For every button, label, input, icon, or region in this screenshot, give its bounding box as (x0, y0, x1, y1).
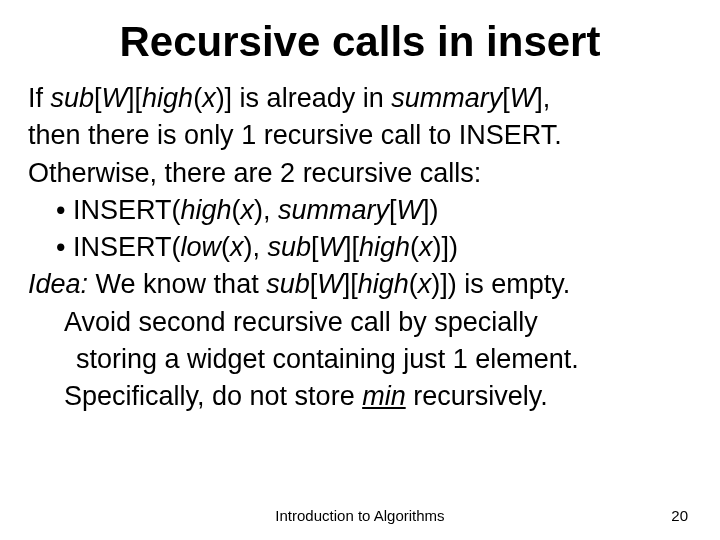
slide-body: If sub[W][high(x)] is already in summary… (28, 80, 692, 415)
line-9: Specifically, do not store min recursive… (28, 378, 692, 415)
slide-title: Recursive calls in insert (28, 18, 692, 66)
line-3: Otherwise, there are 2 recursive calls: (28, 155, 692, 192)
text: W (319, 232, 344, 262)
text: If (28, 83, 51, 113)
text: summary (391, 83, 502, 113)
text: ]) (422, 195, 439, 225)
text: Idea: (28, 269, 88, 299)
text: We know that (88, 269, 266, 299)
text: ), (243, 232, 267, 262)
line-7: Avoid second recursive call by specially (28, 304, 692, 341)
page-number: 20 (671, 507, 688, 524)
text: W (397, 195, 422, 225)
line-8: storing a widget containing just 1 eleme… (28, 341, 692, 378)
text: ), (254, 195, 278, 225)
text: sub (51, 83, 95, 113)
text: • INSERT( (56, 195, 180, 225)
text: W (510, 83, 535, 113)
text: [ (94, 83, 102, 113)
text: ( (232, 195, 241, 225)
text: min (362, 381, 406, 411)
text: x (241, 195, 255, 225)
text: [ (389, 195, 397, 225)
slide: Recursive calls in insert If sub[W][high… (0, 0, 720, 415)
text: high (180, 195, 231, 225)
text: ], (535, 83, 550, 113)
text: [ (311, 232, 319, 262)
line-5: • INSERT(low(x), sub[W][high(x)]) (28, 229, 692, 266)
text: ( (193, 83, 202, 113)
text: sub (266, 269, 310, 299)
text: ][ (127, 83, 142, 113)
text: )] is already in (216, 83, 392, 113)
line-6: Idea: We know that sub[W][high(x)]) is e… (28, 266, 692, 303)
text: high (142, 83, 193, 113)
text: Specifically, do not store (64, 381, 362, 411)
text: high (358, 269, 409, 299)
text: W (317, 269, 342, 299)
text: high (359, 232, 410, 262)
text: ( (410, 232, 419, 262)
text: x (418, 269, 432, 299)
text: )]) (433, 232, 458, 262)
footer-center: Introduction to Algorithms (0, 507, 720, 524)
text: [ (502, 83, 510, 113)
text: low (180, 232, 221, 262)
text: ][ (343, 269, 358, 299)
text: sub (267, 232, 311, 262)
text: ][ (344, 232, 359, 262)
line-1: If sub[W][high(x)] is already in summary… (28, 80, 692, 117)
text: ( (409, 269, 418, 299)
line-2: then there is only 1 recursive call to I… (28, 117, 692, 154)
text: summary (278, 195, 389, 225)
text: recursively. (406, 381, 548, 411)
text: x (419, 232, 433, 262)
text: )]) is empty. (431, 269, 570, 299)
text: • INSERT( (56, 232, 180, 262)
text: W (102, 83, 127, 113)
text: x (202, 83, 216, 113)
text: ( (221, 232, 230, 262)
line-4: • INSERT(high(x), summary[W]) (28, 192, 692, 229)
text: x (230, 232, 244, 262)
